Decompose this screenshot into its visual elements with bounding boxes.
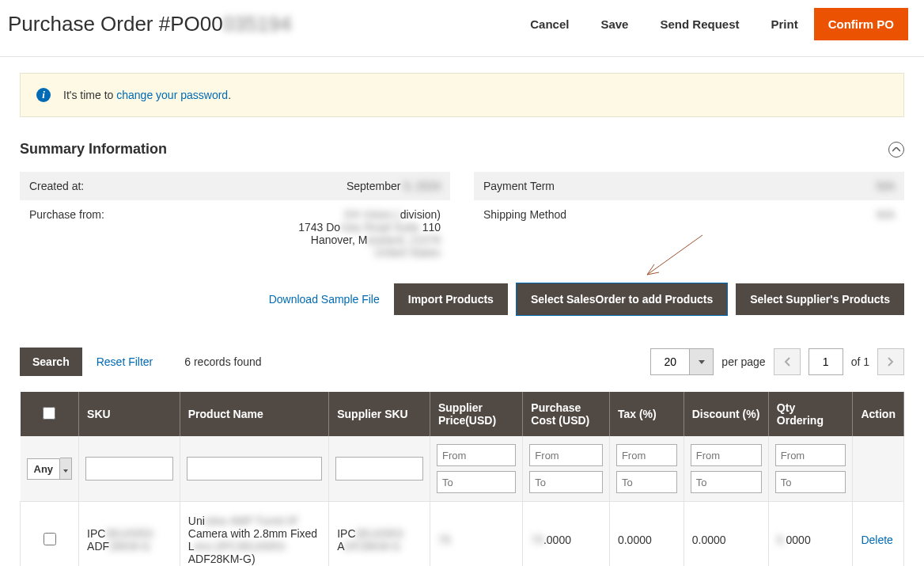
action-header: Action bbox=[853, 392, 904, 436]
shipping-method-label: Shipping Method bbox=[483, 208, 877, 221]
tax-to[interactable] bbox=[616, 471, 677, 493]
summary-title: Summary Information bbox=[20, 141, 167, 158]
prev-page-button[interactable] bbox=[774, 348, 801, 375]
any-select[interactable]: Any bbox=[27, 458, 73, 480]
select-supplier-products-button[interactable]: Select Supplier's Products bbox=[736, 283, 904, 315]
print-button[interactable]: Print bbox=[755, 8, 813, 40]
per-page-input[interactable] bbox=[650, 348, 690, 375]
tax-from[interactable] bbox=[616, 444, 677, 466]
supplier-sku-header[interactable]: Supplier SKU bbox=[329, 392, 430, 436]
created-at-label: Created at: bbox=[29, 180, 346, 192]
password-notice: i It's time to change your password. bbox=[20, 73, 904, 117]
collapse-icon[interactable] bbox=[888, 142, 904, 158]
supplier-sku-cell: IPC3614SR3- ADF28KM-G bbox=[329, 502, 430, 567]
qty-cell: 5.0000 bbox=[768, 502, 853, 567]
supplier-sku-filter[interactable] bbox=[335, 457, 423, 481]
supplier-price-header[interactable]: Supplier Price(USD) bbox=[430, 392, 522, 436]
purchase-cost-header[interactable]: Purchase Cost (USD) bbox=[523, 392, 610, 436]
qty-header[interactable]: Qty Ordering bbox=[768, 392, 853, 436]
product-name-cell: Uniview 4MP Turret IP Camera with 2.8mm … bbox=[180, 502, 328, 567]
sku-header[interactable]: SKU bbox=[79, 392, 180, 436]
supplier-price-from[interactable] bbox=[437, 444, 516, 466]
discount-header[interactable]: Discount (%) bbox=[684, 392, 768, 436]
table-row: IPC3614SR3- ADF28KM-G Uniview 4MP Turret… bbox=[21, 502, 904, 567]
reset-filter-link[interactable]: Reset Filter bbox=[97, 355, 153, 368]
qty-to[interactable] bbox=[775, 471, 846, 493]
discount-from[interactable] bbox=[691, 444, 762, 466]
change-password-link[interactable]: change your password bbox=[116, 89, 228, 101]
delete-link[interactable]: Delete bbox=[861, 534, 892, 546]
product-name-filter[interactable] bbox=[187, 457, 322, 481]
search-button[interactable]: Search bbox=[20, 348, 82, 376]
confirm-po-button[interactable]: Confirm PO bbox=[814, 8, 908, 40]
notice-text: It's time to change your password. bbox=[63, 89, 231, 101]
qty-from[interactable] bbox=[775, 444, 846, 466]
tax-cell: 0.0000 bbox=[609, 502, 684, 567]
save-button[interactable]: Save bbox=[585, 8, 644, 40]
next-page-button[interactable] bbox=[877, 348, 904, 375]
info-icon: i bbox=[36, 88, 51, 102]
payment-term-label: Payment Term bbox=[483, 180, 877, 192]
purchase-from-label: Purchase from: bbox=[29, 208, 298, 259]
header-actions: Cancel Save Send Request Print Confirm P… bbox=[514, 8, 908, 40]
purchase-from-value: DH Vision (division) 1743 Dorsey Road Su… bbox=[298, 208, 441, 259]
tax-header[interactable]: Tax (%) bbox=[609, 392, 684, 436]
select-all-header bbox=[21, 392, 79, 436]
page-title: Purchase Order #PO00035194 bbox=[8, 12, 514, 36]
shipping-method-value: N/A bbox=[877, 208, 895, 221]
purchase-cost-from[interactable] bbox=[529, 444, 603, 466]
discount-to[interactable] bbox=[691, 471, 762, 493]
purchase-cost-cell: 75.0000 bbox=[523, 502, 610, 567]
select-salesorder-button[interactable]: Select SalesOrder to add Products bbox=[516, 283, 728, 316]
purchase-cost-to[interactable] bbox=[529, 471, 603, 493]
sku-cell: IPC3614SR3- ADF28KM-G bbox=[79, 502, 180, 567]
records-found: 6 records found bbox=[184, 355, 261, 368]
product-name-header[interactable]: Product Name bbox=[180, 392, 328, 436]
sku-filter[interactable] bbox=[85, 457, 173, 481]
page-input[interactable] bbox=[808, 348, 843, 375]
send-request-button[interactable]: Send Request bbox=[644, 8, 755, 40]
per-page-caret-icon[interactable] bbox=[690, 348, 714, 375]
import-products-button[interactable]: Import Products bbox=[394, 283, 508, 315]
products-table: SKU Product Name Supplier SKU Supplier P… bbox=[20, 392, 904, 566]
per-page-label: per page bbox=[721, 355, 765, 368]
supplier-price-cell: 75 bbox=[430, 502, 522, 567]
download-sample-link[interactable]: Download Sample File bbox=[269, 293, 380, 306]
select-all-checkbox[interactable] bbox=[43, 407, 55, 420]
cancel-button[interactable]: Cancel bbox=[514, 8, 585, 40]
row-checkbox[interactable] bbox=[44, 533, 56, 545]
supplier-price-to[interactable] bbox=[437, 471, 516, 493]
discount-cell: 0.0000 bbox=[684, 502, 768, 567]
created-at-value: September 5, 2024 bbox=[346, 180, 441, 192]
payment-term-value: N/A bbox=[877, 180, 895, 192]
of-label: of 1 bbox=[851, 355, 869, 368]
